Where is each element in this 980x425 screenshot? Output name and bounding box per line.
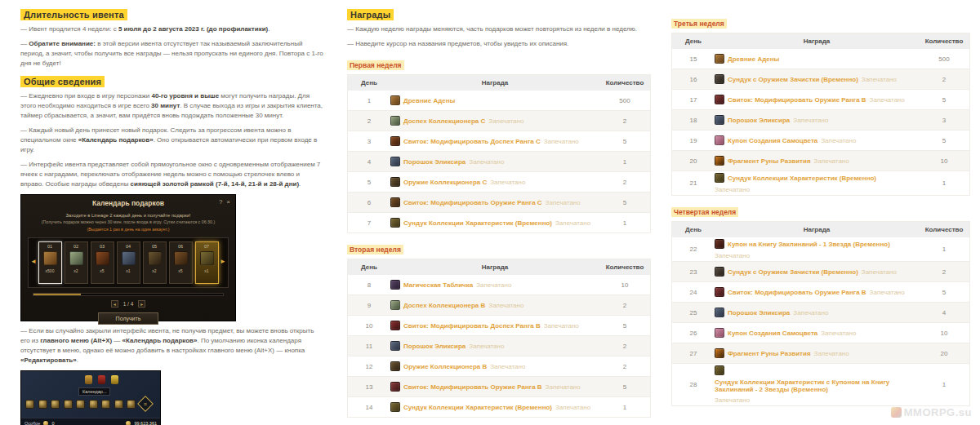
item-link[interactable]: Доспех Коллекционера B <box>403 302 485 309</box>
item-link[interactable]: Свиток: Модифицировать Доспех Ранга C <box>403 138 541 145</box>
calendar-next-arrow-icon: ► <box>220 258 226 265</box>
item-link[interactable]: Свиток: Модифицировать Оружие Ранга C <box>403 199 542 206</box>
scroll-weapon-icon <box>390 197 400 207</box>
quantity-cell: 2 <box>599 343 650 350</box>
rune-fragment-icon <box>715 156 724 166</box>
item-link[interactable]: Свиток: Модифицировать Оружие Ранга B <box>728 96 866 104</box>
day-cell: 17 <box>672 96 715 104</box>
magic-tablet-icon <box>390 280 400 290</box>
sealed-label: Запечатано <box>715 252 750 259</box>
item-link[interactable]: Порошок Эликсира <box>403 343 466 350</box>
item-link[interactable]: Купон Создания Самоцвета <box>728 330 817 337</box>
sealed-label: Запечатано <box>555 219 590 227</box>
calendar-day-cell: 05x2 <box>143 241 167 284</box>
item-link[interactable]: Сундук Коллекции Характеристик с Купоном… <box>715 379 914 393</box>
column-header: День <box>348 79 390 86</box>
item-link[interactable]: Купон на Книгу Заклинаний - 1 Звезда (Вр… <box>728 241 890 248</box>
item-link[interactable]: Магическая Табличка <box>403 281 473 289</box>
gem-coupon-icon <box>715 328 724 338</box>
day-cell: 26 <box>672 330 715 337</box>
cell-quantity: x2 <box>152 268 156 273</box>
game-menu-icon <box>114 400 123 409</box>
calendar-progress-bar <box>33 293 224 296</box>
calendar-text-line3: (Выдаётся 1 раз в день на один аккаунт.) <box>21 227 235 232</box>
calendar-text-line1: Заходите в Lineage 2 каждый день и получ… <box>21 213 235 218</box>
day-cell: 5 <box>348 179 390 186</box>
paragraph: — Интерфейс ивента представляет собой пр… <box>20 160 324 189</box>
quantity-cell: 5 <box>599 199 650 206</box>
quantity-cell: 10 <box>919 157 969 165</box>
menu-screenshot: Календар... ≡ Особое 0 99,623,361 <box>20 370 161 425</box>
clean-weapon-chest-icon <box>715 267 724 277</box>
week2-heading: Вторая неделя <box>347 245 403 255</box>
potion-icon <box>85 375 92 384</box>
item-link[interactable]: Доспех Коллекционера C <box>403 117 485 125</box>
table-row: 8Магическая ТабличкаЗапечатано10 <box>348 275 650 295</box>
item-link[interactable]: Свиток: Модифицировать Доспех Ранга B <box>403 322 541 330</box>
item-link[interactable]: Оружие Коллекционера B <box>403 363 487 370</box>
item-link[interactable]: Свиток: Модифицировать Оружие Ранга B <box>403 383 542 391</box>
calendar-cells: 01x50002x203x504x105x206x507x1 <box>38 241 219 284</box>
day-cell: 7 <box>348 219 390 227</box>
item-link[interactable]: Сундук Коллекции Характеристик (Временно… <box>728 175 876 182</box>
paragraph: — Каждую неделю награды меняются, часть … <box>347 24 651 34</box>
reward-cell: Оружие Коллекционера CЗапечатано <box>390 177 599 187</box>
table-row: 14Сундук Коллекции Характеристик (Времен… <box>348 397 650 418</box>
day-cell: 10 <box>348 322 390 330</box>
item-link[interactable]: Сундук Коллекции Характеристик (Временно… <box>403 404 552 411</box>
item-link[interactable]: Порошок Эликсира <box>728 309 790 317</box>
item-link[interactable]: Порошок Эликсира <box>403 158 466 166</box>
column-header: Количество <box>919 38 969 45</box>
item-link[interactable]: Древние Адены <box>728 55 779 63</box>
table-header-row: ДеньНаградаКоличество <box>348 259 650 275</box>
item-link[interactable]: Древние Адены <box>403 97 455 104</box>
item-link[interactable]: Оружие Коллекционера C <box>403 179 487 186</box>
sealed-label: Запечатано <box>469 343 504 350</box>
item-link[interactable]: Сундук с Оружием Зачистки (Временно) <box>728 268 858 276</box>
day-cell: 1 <box>348 97 390 104</box>
table-row: 19Купон Создания СамоцветаЗапечатано5 <box>672 131 969 151</box>
item-link[interactable]: Фрагмент Руны Развития <box>728 157 811 165</box>
quantity-cell: 500 <box>919 55 969 63</box>
reward-cell: Фрагмент Руны РазвитияЗапечатано <box>715 156 919 166</box>
cell-day-number: 07 <box>204 244 209 249</box>
quantity-cell: 2 <box>919 76 969 83</box>
cell-quantity: x5 <box>178 268 182 273</box>
quantity-cell: 2 <box>919 268 969 276</box>
stat-chest-icon <box>390 218 400 228</box>
paragraph: — Каждый новый день принесет новый подар… <box>20 126 324 155</box>
hamburger-menu-icon: ≡ <box>137 396 154 412</box>
calendar-tooltip: Календар... <box>78 387 110 396</box>
item-link[interactable]: Сундук с Оружием Зачистки (Временно) <box>728 76 858 83</box>
day-cell: 22 <box>672 246 715 253</box>
adena-count: 99,623,361 <box>134 421 157 425</box>
menu-status-bar: Особое 0 99,623,361 <box>21 418 160 425</box>
game-menu-icon <box>38 400 47 409</box>
table-row: 17Свиток: Модифицировать Оружие Ранга BЗ… <box>672 90 969 110</box>
elixir-powder-icon <box>122 251 136 265</box>
item-link[interactable]: Порошок Эликсира <box>728 117 790 124</box>
calendar-day-cell: 07x1 <box>195 241 219 284</box>
reward-cell: Оружие Коллекционера BЗапечатано <box>390 361 599 371</box>
elixir-powder-icon <box>715 115 724 125</box>
table-row: 12Оружие Коллекционера BЗапечатано2 <box>348 356 650 377</box>
reward-cell: Сундук Коллекции Характеристик (Временно… <box>715 173 919 193</box>
day-cell: 11 <box>348 343 390 350</box>
quantity-cell: 3 <box>919 117 969 124</box>
menu-paragraphs: — Если вы случайно закрыли интерфейс иве… <box>20 326 324 365</box>
item-link[interactable]: Сундук Коллекции Характеристик (Временно… <box>403 219 552 227</box>
week4-heading: Четвертая неделя <box>671 207 738 217</box>
item-link[interactable]: Купон Создания Самоцвета <box>728 137 817 144</box>
day-cell: 4 <box>348 158 390 166</box>
paragraph: — Ивент продлится 4 недели: с 5 июля до … <box>20 24 324 34</box>
calendar-text-line2: (Получить подарок можно через 30 мин. по… <box>21 219 235 224</box>
reward-cell: Купон на Книгу Заклинаний - 1 Звезда (Вр… <box>715 239 919 259</box>
item-link[interactable]: Свиток: Модифицировать Оружие Ранга B <box>728 289 866 296</box>
quantity-cell: 10 <box>919 330 969 337</box>
section-title-general: Общие сведения <box>20 76 105 87</box>
quantity-cell: 2 <box>599 117 650 125</box>
reward-cell: Сундук Коллекции Характеристик (Временно… <box>390 402 599 412</box>
day-cell: 16 <box>672 76 715 83</box>
paragraph: — Если вы случайно закрыли интерфейс иве… <box>20 326 324 365</box>
item-link[interactable]: Фрагмент Руны Развития <box>728 350 811 357</box>
